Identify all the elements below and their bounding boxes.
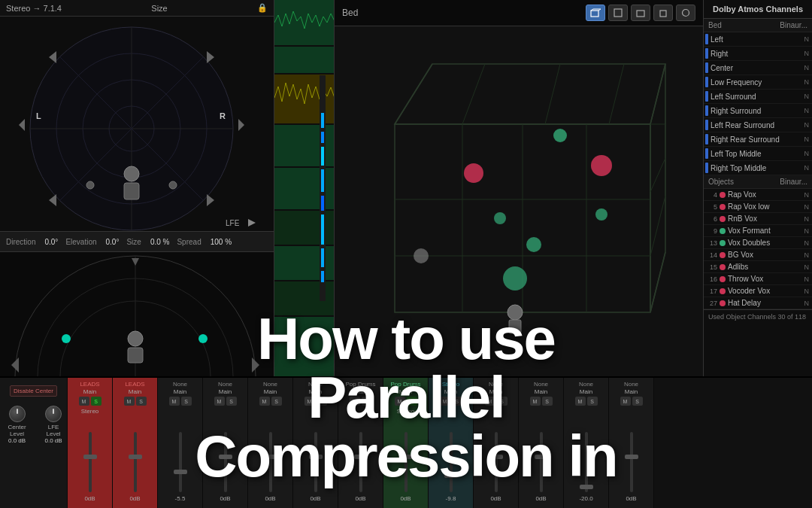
mute-btn[interactable]: M: [395, 397, 405, 406]
size-ctrl-label: Size: [126, 238, 141, 246]
channel-n: N: [804, 64, 810, 71]
mute-btn[interactable]: M: [575, 397, 586, 406]
ch-assign-leads2: LEADS Main: [125, 381, 144, 395]
ch-level: 0dB: [84, 495, 95, 502]
mute-btn[interactable]: M: [485, 397, 495, 406]
solo-btn[interactable]: S: [407, 397, 417, 406]
solo-btn[interactable]: S: [542, 397, 553, 406]
fader-track[interactable]: [314, 432, 317, 492]
view-front-btn[interactable]: [631, 5, 650, 21]
fader-track[interactable]: [450, 432, 453, 492]
bed-channel-item: Right Surround N: [704, 104, 812, 118]
mute-btn[interactable]: M: [304, 397, 315, 406]
view-3d-btn[interactable]: [586, 5, 605, 21]
pop-drums-channel: Pop Drums Main M S 0dB: [338, 378, 383, 508]
fader-knob[interactable]: [309, 455, 323, 459]
fader-knob[interactable]: [399, 455, 413, 459]
solo-btn[interactable]: S: [226, 397, 237, 406]
solo-btn[interactable]: S: [497, 397, 508, 406]
fader-knob[interactable]: [535, 455, 548, 459]
obj-num: 17: [707, 287, 717, 295]
size-lock-icon[interactable]: 🔒: [257, 3, 268, 13]
solo-btn[interactable]: S: [181, 397, 192, 406]
fader-knob[interactable]: [444, 473, 458, 478]
fader-knob[interactable]: [219, 455, 232, 459]
svg-marker-13: [207, 194, 214, 206]
channel-n: N: [804, 107, 810, 114]
fader-track[interactable]: [269, 432, 272, 492]
fader-knob[interactable]: [625, 455, 638, 459]
fader-area[interactable]: 0dB: [519, 408, 563, 505]
fader-area[interactable]: 0dB: [474, 408, 518, 505]
solo-btn[interactable]: S: [271, 397, 282, 406]
obj-color-dot: [720, 204, 726, 210]
fader-area[interactable]: 0dB: [338, 408, 383, 505]
mute-btn[interactable]: M: [530, 397, 541, 406]
fader-knob[interactable]: [129, 455, 142, 459]
mute-btn[interactable]: M: [169, 397, 180, 406]
fader-area[interactable]: 0dB: [203, 408, 247, 505]
obj-name: Rap Vox: [728, 190, 802, 199]
fader-track[interactable]: [89, 432, 92, 492]
fader-area[interactable]: -9.8: [429, 408, 473, 505]
solo-btn[interactable]: S: [452, 397, 462, 406]
ch-assign: None Main: [579, 381, 593, 395]
panner-circle-svg[interactable]: L R LFE: [8, 20, 263, 238]
fader-area[interactable]: -20.0: [564, 408, 608, 505]
fader-track[interactable]: [495, 432, 498, 492]
view-top-btn[interactable]: [608, 5, 628, 21]
fader-area[interactable]: 0dB: [383, 416, 428, 505]
fader-knob[interactable]: [174, 470, 187, 474]
fader-track[interactable]: [224, 432, 227, 492]
objects-label: Objects: [708, 178, 734, 186]
lfe-level-knob[interactable]: [45, 406, 62, 422]
fader-area[interactable]: -5.5: [158, 408, 202, 505]
fader-track[interactable]: [404, 432, 408, 492]
channel-color-bar: [705, 34, 708, 44]
mute-btn[interactable]: M: [124, 397, 135, 406]
disable-center-btn[interactable]: Disable Center: [10, 385, 57, 397]
mute-btn[interactable]: M: [620, 397, 631, 406]
fader-track[interactable]: [630, 432, 633, 492]
mute-btn[interactable]: M: [259, 397, 270, 406]
panner-topbar: Stereo → 7.1.4 Size 🔒: [0, 0, 274, 17]
fader-track[interactable]: [540, 432, 543, 492]
solo-btn[interactable]: S: [587, 397, 598, 406]
mute-btn[interactable]: M: [440, 397, 450, 406]
fader-area[interactable]: 0dB: [293, 408, 338, 505]
svg-marker-57: [395, 64, 665, 124]
channel-n: N: [804, 150, 810, 157]
view-2d-btn[interactable]: [676, 5, 695, 21]
mute-btn[interactable]: M: [79, 397, 89, 406]
solo-btn[interactable]: S: [317, 397, 327, 406]
fader-area[interactable]: 0dB: [609, 408, 653, 505]
fader-area[interactable]: 0dB: [248, 408, 292, 505]
center-level-knob[interactable]: [9, 406, 26, 422]
solo-btn[interactable]: S: [91, 397, 102, 406]
fader-knob[interactable]: [489, 455, 503, 459]
bed-section-header: Bed Binaur...: [704, 19, 812, 32]
solo-btn[interactable]: S: [136, 397, 147, 406]
fader-knob[interactable]: [83, 455, 97, 459]
obj-name: Hat Delay: [728, 299, 802, 307]
view-side-btn[interactable]: [653, 5, 673, 21]
fader-area[interactable]: 0dB: [68, 416, 112, 505]
fader-track[interactable]: [134, 432, 137, 492]
obj-n: N: [804, 227, 810, 235]
fader-knob[interactable]: [580, 485, 593, 489]
mute-btn[interactable]: M: [350, 397, 360, 406]
space-3d-view[interactable]: [335, 26, 703, 357]
fader-track[interactable]: [359, 432, 362, 492]
fader-knob[interactable]: [354, 455, 368, 459]
mute-btn[interactable]: M: [214, 397, 225, 406]
svg-point-18: [86, 181, 94, 189]
object-item: 6 RnB Vox N: [704, 213, 812, 225]
channel-name: Left Rear Surround: [710, 121, 802, 129]
fader-area[interactable]: 0dB: [113, 408, 157, 505]
channel-n: N: [804, 93, 810, 100]
fader-track[interactable]: [179, 432, 182, 492]
solo-btn[interactable]: S: [362, 397, 372, 406]
fader-knob[interactable]: [264, 455, 277, 459]
fader-track[interactable]: [585, 432, 588, 492]
solo-btn[interactable]: S: [632, 397, 643, 406]
